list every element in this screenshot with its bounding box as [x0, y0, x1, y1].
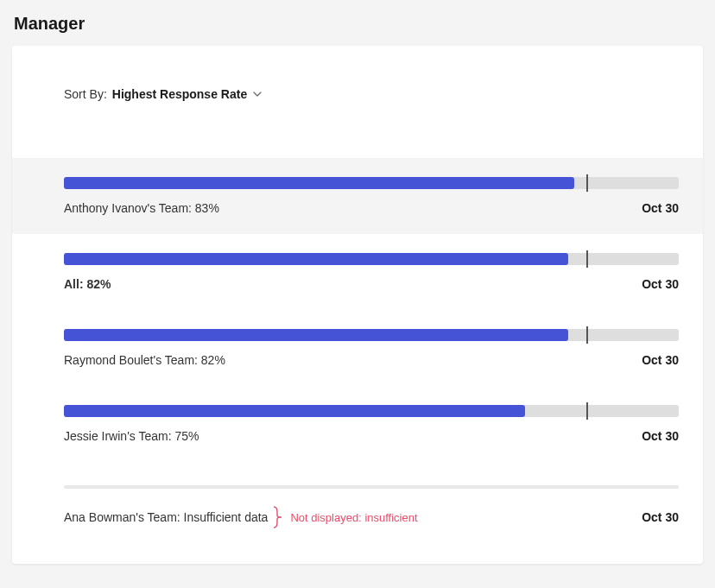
- bar-fill: [64, 329, 568, 341]
- bar-fill: [64, 405, 525, 417]
- insufficient-annotation: Not displayed: insufficient: [273, 505, 417, 529]
- table-row[interactable]: Ana Bowman's Team: Insufficient dataNot …: [12, 462, 703, 548]
- chart-list[interactable]: Anthony Ivanov's Team: 83%Oct 30All: 82%…: [12, 158, 703, 564]
- label-left: Jessie Irwin's Team: 75%: [64, 429, 199, 443]
- sort-dropdown[interactable]: Highest Response Rate: [112, 87, 264, 101]
- row-date: Oct 30: [642, 277, 679, 291]
- table-row[interactable]: Raymond Boulet's Team: 82%Oct 30: [12, 310, 703, 386]
- row-label: All: 82%: [64, 277, 111, 291]
- page-title: Manager: [0, 0, 715, 46]
- label-left: Anthony Ivanov's Team: 83%: [64, 201, 219, 215]
- bar-marker: [586, 326, 588, 344]
- sort-row: Sort By: Highest Response Rate: [12, 46, 703, 136]
- table-row[interactable]: Anthony Ivanov's Team: 83%Oct 30: [12, 158, 703, 234]
- bar-area: [64, 481, 679, 493]
- bar-thin: [64, 485, 679, 489]
- bracket-icon: [273, 505, 283, 529]
- bar-area: [64, 253, 679, 265]
- sort-value-label: Highest Response Rate: [112, 87, 247, 101]
- row-label: Raymond Boulet's Team: 82%: [64, 353, 225, 367]
- bar-marker: [586, 250, 588, 268]
- label-left: Ana Bowman's Team: Insufficient dataNot …: [64, 505, 418, 529]
- row-date: Oct 30: [642, 353, 679, 367]
- label-left: All: 82%: [64, 277, 111, 291]
- row-label: Ana Bowman's Team: Insufficient data: [64, 510, 268, 524]
- bar-fill: [64, 253, 568, 265]
- table-row[interactable]: All: 82%Oct 30: [12, 234, 703, 310]
- bar-fill: [64, 177, 574, 189]
- label-row: Anthony Ivanov's Team: 83%Oct 30: [64, 201, 679, 215]
- bar-area: [64, 405, 679, 417]
- row-date: Oct 30: [642, 510, 679, 524]
- sort-by-label: Sort By:: [64, 87, 107, 101]
- table-row[interactable]: Jessie Irwin's Team: 75%Oct 30: [12, 386, 703, 462]
- label-row: Ana Bowman's Team: Insufficient dataNot …: [64, 505, 679, 529]
- label-row: Jessie Irwin's Team: 75%Oct 30: [64, 429, 679, 443]
- row-label: Jessie Irwin's Team: 75%: [64, 429, 199, 443]
- bar-area: [64, 329, 679, 341]
- row-date: Oct 30: [642, 201, 679, 215]
- annotation-text: Not displayed: insufficient: [290, 511, 417, 524]
- label-row: Raymond Boulet's Team: 82%Oct 30: [64, 353, 679, 367]
- label-left: Raymond Boulet's Team: 82%: [64, 353, 225, 367]
- row-date: Oct 30: [642, 429, 679, 443]
- chevron-down-icon: [252, 88, 264, 100]
- label-row: All: 82%Oct 30: [64, 277, 679, 291]
- bar-marker: [586, 174, 588, 192]
- row-label: Anthony Ivanov's Team: 83%: [64, 201, 219, 215]
- bar-marker: [586, 402, 588, 420]
- chart-card: Sort By: Highest Response Rate Anthony I…: [12, 46, 703, 564]
- bar-area: [64, 177, 679, 189]
